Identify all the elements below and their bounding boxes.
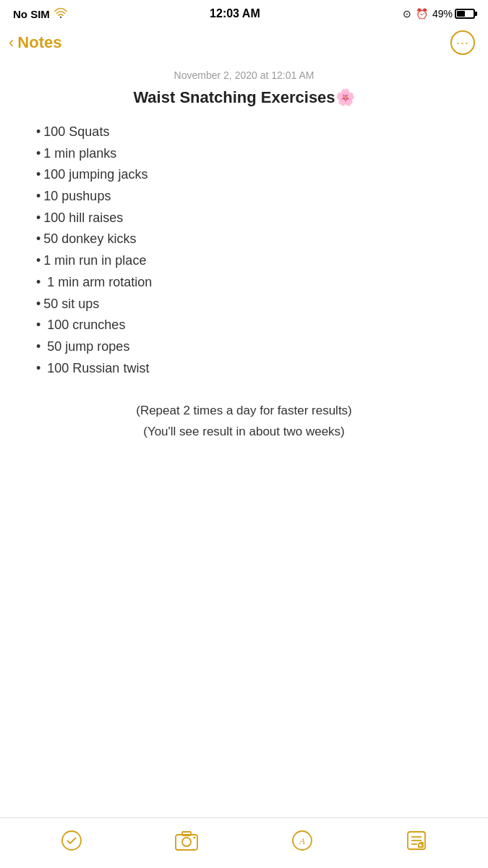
list-item: 1 min arm rotation bbox=[36, 272, 466, 294]
carrier-label: No SIM bbox=[13, 8, 50, 20]
back-chevron-icon: ‹ bbox=[9, 33, 14, 52]
battery-indicator: 49% bbox=[432, 8, 475, 20]
list-item: 100 Squats bbox=[36, 122, 466, 143]
status-time: 12:03 AM bbox=[210, 7, 260, 20]
checkmark-button[interactable] bbox=[61, 830, 82, 851]
back-button[interactable]: ‹ Notes bbox=[9, 33, 61, 52]
list-item: 100 Russian twist bbox=[36, 358, 466, 380]
list-item: 100 crunches bbox=[36, 315, 466, 336]
svg-point-3 bbox=[182, 838, 191, 846]
wifi-icon bbox=[54, 8, 67, 20]
list-item: 1 min planks bbox=[36, 143, 466, 165]
list-item: 10 pushups bbox=[36, 186, 466, 208]
footer-line1: (Repeat 2 times a day for faster results… bbox=[22, 401, 466, 422]
battery-fill bbox=[457, 11, 465, 17]
svg-text:A: A bbox=[299, 835, 305, 846]
svg-point-5 bbox=[194, 836, 196, 838]
screenrecord-icon: ⊙ bbox=[403, 8, 411, 20]
note-title: Waist Snatching Exercises🌸 bbox=[22, 88, 466, 107]
note-footer: (Repeat 2 times a day for faster results… bbox=[22, 401, 466, 443]
list-item: 50 donkey kicks bbox=[36, 229, 466, 250]
list-item: 1 min run in place bbox=[36, 250, 466, 272]
nav-title: Notes bbox=[17, 33, 61, 52]
more-button[interactable]: ··· bbox=[450, 30, 475, 55]
bottom-toolbar: A bbox=[0, 817, 488, 868]
list-item: 100 jumping jacks bbox=[36, 164, 466, 186]
status-right: ⊙ ⏰ 49% bbox=[403, 8, 475, 20]
list-item: 50 jump ropes bbox=[36, 336, 466, 358]
exercise-list: 100 Squats1 min planks100 jumping jacks1… bbox=[36, 122, 466, 379]
footer-line2: (You'll see result in about two weeks) bbox=[22, 422, 466, 443]
battery-percent: 49% bbox=[432, 8, 453, 20]
nav-bar: ‹ Notes ··· bbox=[0, 26, 488, 62]
more-icon: ··· bbox=[456, 35, 469, 51]
compose-button[interactable]: A bbox=[291, 830, 313, 851]
note-content: November 2, 2020 at 12:01 AM Waist Snatc… bbox=[0, 62, 488, 817]
battery-icon bbox=[455, 9, 475, 19]
list-item: 100 hill raises bbox=[36, 208, 466, 229]
note-date: November 2, 2020 at 12:01 AM bbox=[22, 69, 466, 81]
edit-button[interactable] bbox=[406, 830, 427, 851]
list-item: 50 sit ups bbox=[36, 294, 466, 315]
status-bar: No SIM 12:03 AM ⊙ ⏰ 49% bbox=[0, 0, 488, 26]
svg-rect-4 bbox=[182, 832, 191, 835]
svg-point-0 bbox=[60, 16, 61, 17]
camera-button[interactable] bbox=[175, 830, 198, 851]
alarm-icon: ⏰ bbox=[416, 8, 428, 20]
svg-point-1 bbox=[62, 831, 81, 850]
status-left: No SIM bbox=[13, 8, 67, 20]
